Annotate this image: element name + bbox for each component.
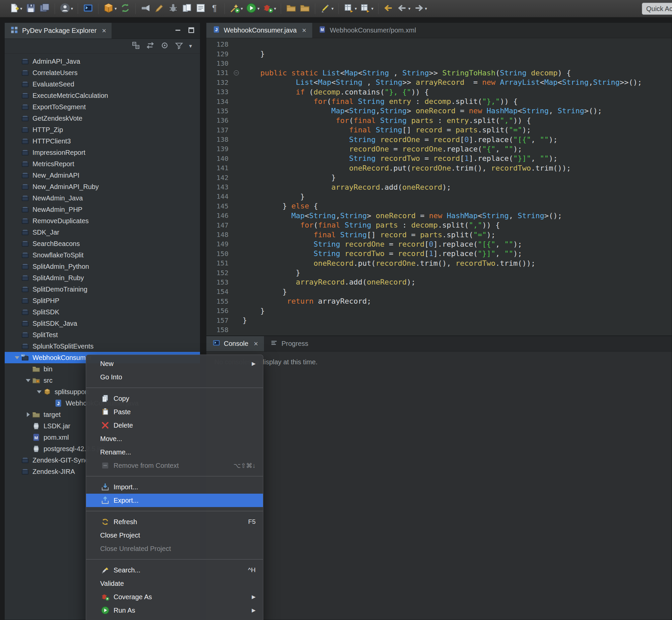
tree-item-splunktosplitevents[interactable]: SplunkToSplitEvents — [5, 341, 200, 352]
tree-item-exporttosegment[interactable]: ExportToSegment — [5, 101, 200, 113]
console-tab-console[interactable]: Console× — [206, 336, 264, 351]
tree-item-splitadmin-ruby[interactable]: SplitAdmin_Ruby — [5, 272, 200, 283]
open-folder-button[interactable] — [285, 2, 297, 15]
last-edit-location-button[interactable] — [383, 2, 395, 15]
folder-open-icon — [286, 3, 296, 15]
profile-button[interactable]: ▾ — [59, 2, 74, 15]
menu-item-refresh[interactable]: RefreshF5 — [86, 515, 263, 528]
tree-item-label: New_AdminAPI — [33, 171, 79, 179]
tab-label: WebhookConsumer.java — [224, 27, 297, 34]
editor-tab-webhookconsumer-pom-xml[interactable]: MWebhookConsumer/pom.xml — [312, 23, 422, 38]
tree-item-metricsreport[interactable]: MetricsReport — [5, 158, 200, 169]
line-number: 150 — [206, 250, 234, 258]
minimize-icon[interactable] — [174, 26, 182, 36]
menu-item-run-as[interactable]: Run As▶ — [86, 604, 263, 617]
menu-item-close-project[interactable]: Close Project — [86, 528, 263, 542]
menu-item-paste[interactable]: Paste — [86, 405, 263, 419]
highlighter-button[interactable]: ▾ — [319, 2, 334, 15]
console-view-button[interactable] — [82, 2, 94, 15]
code-area[interactable]: 128129 }130131 public static List<Map<St… — [206, 38, 672, 335]
maximize-icon[interactable] — [187, 26, 195, 36]
tree-item-newadmin-php[interactable]: NewAdmin_PHP — [5, 204, 200, 215]
annotate-pen-button[interactable] — [154, 2, 166, 15]
bug-button[interactable] — [167, 2, 179, 15]
tree-item-splittest[interactable]: SplitTest — [5, 329, 200, 341]
menu-item-coverage-as[interactable]: Coverage As▶ — [86, 590, 263, 604]
menu-item-search[interactable]: Search...^H — [86, 563, 263, 577]
tree-item-adminapi-java[interactable]: AdminAPI_Java — [5, 56, 200, 67]
tree-item-splitsdk[interactable]: SplitSDK — [5, 306, 200, 318]
tree-item-impressionreport[interactable]: ImpressionReport — [5, 147, 200, 158]
menu-item-copy[interactable]: Copy — [86, 392, 263, 405]
forward-button[interactable]: ▾ — [413, 2, 428, 15]
menu-item-validate[interactable]: Validate — [86, 577, 263, 590]
show-whitespace-button[interactable]: ¶ — [208, 2, 220, 15]
menu-item-new[interactable]: New▶ — [86, 357, 263, 370]
prev-annotation-button[interactable]: ▾ — [343, 2, 358, 15]
line-number: 147 — [206, 221, 234, 229]
tree-item-removeduplicates[interactable]: RemoveDuplicates — [5, 215, 200, 226]
expanded-arrow-icon[interactable] — [13, 356, 21, 359]
java-package-button[interactable]: ▾ — [103, 2, 118, 15]
save-button[interactable] — [25, 2, 37, 15]
tree-item-correlateusers[interactable]: CorrelateUsers — [5, 67, 200, 79]
bug-icon — [168, 3, 178, 15]
tree-item-sdk-jar[interactable]: SDK_Jar — [5, 226, 200, 238]
menu-item-import[interactable]: Import... — [86, 480, 263, 494]
tree-item-new-adminapi-ruby[interactable]: New_AdminAPI_Ruby — [5, 181, 200, 192]
back-button[interactable]: ▾ — [396, 2, 411, 15]
close-icon[interactable]: × — [254, 340, 258, 348]
menu-item-move[interactable]: Move... — [86, 432, 263, 446]
tree-item-splitsdk-java[interactable]: SplitSDK_Java — [5, 318, 200, 329]
quick-access-field[interactable]: Quick Access — [642, 3, 672, 15]
tab-pydev-package-explorer[interactable]: PyDev Package Explorer × — [5, 23, 112, 39]
project-box-icon — [21, 342, 30, 351]
menu-item-export[interactable]: Export... — [86, 494, 263, 507]
close-icon[interactable]: × — [302, 27, 306, 34]
sync-projects-button[interactable] — [119, 2, 131, 15]
doc-frame-button[interactable] — [194, 2, 207, 15]
tree-item-splitadmin-python[interactable]: SplitAdmin_Python — [5, 261, 200, 272]
tree-item-newadmin-java[interactable]: NewAdmin_Java — [5, 192, 200, 204]
next-annotation-button[interactable]: ▾ — [359, 2, 374, 15]
coverage-button[interactable]: ▾ — [262, 2, 277, 15]
tree-item-evaluateseed[interactable]: EvaluateSeed — [5, 79, 200, 90]
editor-tab-webhookconsumer-java[interactable]: JWebhookConsumer.java× — [206, 23, 312, 38]
tree-item-label: src — [44, 377, 53, 384]
tree-item-snowflaketosplit[interactable]: SnowflakeToSplit — [5, 249, 200, 261]
tree-item-label: target — [44, 411, 61, 419]
expanded-arrow-icon[interactable] — [36, 391, 43, 394]
menu-item-delete[interactable]: Delete — [86, 419, 263, 432]
tree-item-httpclient3[interactable]: HTTPClient3 — [5, 136, 200, 147]
menu-shortcut: ^H — [248, 566, 256, 574]
filters-icon[interactable] — [174, 41, 183, 51]
context-menu: New▶Go IntoCopyPasteDeleteMove...Rename.… — [86, 355, 263, 620]
run-button[interactable]: ▾ — [245, 2, 260, 15]
linked-docs-button[interactable] — [181, 2, 193, 15]
tree-item-getzendeskvote[interactable]: GetZendeskVote — [5, 113, 200, 124]
cleanup-spray-button[interactable] — [140, 2, 152, 15]
sync-projects-icon — [120, 3, 131, 15]
menu-separator — [86, 476, 263, 476]
menu-item-go-into[interactable]: Go Into — [86, 370, 263, 384]
menu-item-rename[interactable]: Rename... — [86, 446, 263, 459]
collapse-all-icon[interactable] — [131, 41, 141, 51]
tree-item-executemetriccalculation[interactable]: ExecuteMetricCalculation — [5, 90, 200, 101]
close-icon[interactable]: × — [102, 27, 106, 35]
open-folder-2-button[interactable] — [299, 2, 311, 15]
save-all-button[interactable] — [39, 2, 51, 15]
tree-item-http-zip[interactable]: HTTP_Zip — [5, 124, 200, 136]
fold-collapse-icon[interactable] — [234, 70, 242, 75]
tree-item-searchbeacons[interactable]: SearchBeacons — [5, 238, 200, 249]
external-tools-button[interactable]: ▾ — [229, 2, 244, 15]
new-wizard-button[interactable]: ▾ — [8, 2, 23, 15]
tree-item-splitphp[interactable]: SplitPHP — [5, 295, 200, 306]
view-menu-icon[interactable]: ▾ — [189, 43, 192, 50]
console-tab-progress[interactable]: Progress — [264, 336, 314, 351]
link-editor-icon[interactable] — [146, 41, 155, 51]
collapsed-arrow-icon[interactable] — [24, 412, 32, 417]
focus-icon[interactable] — [160, 41, 169, 51]
expanded-arrow-icon[interactable] — [24, 379, 32, 382]
tree-item-new-adminapi[interactable]: New_AdminAPI — [5, 169, 200, 181]
tree-item-splitdemotraining[interactable]: SplitDemoTraining — [5, 283, 200, 295]
